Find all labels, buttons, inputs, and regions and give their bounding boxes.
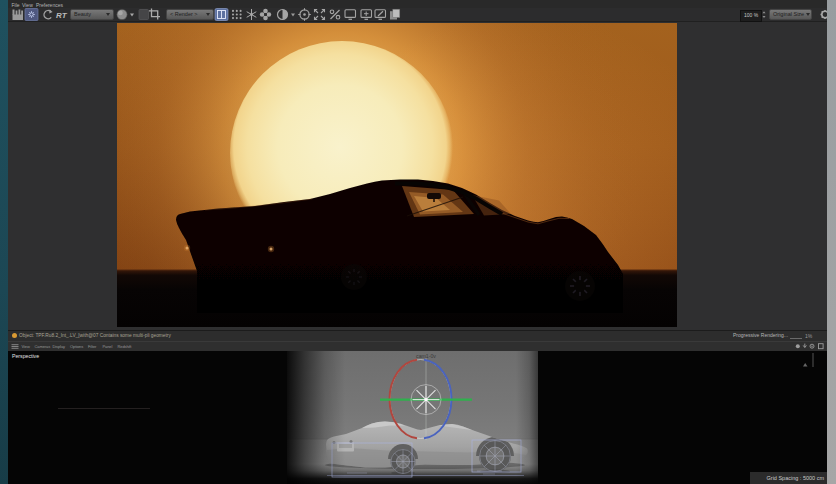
svg-text:cam1-0v: cam1-0v [416,353,436,359]
svg-text:RT: RT [56,11,68,20]
